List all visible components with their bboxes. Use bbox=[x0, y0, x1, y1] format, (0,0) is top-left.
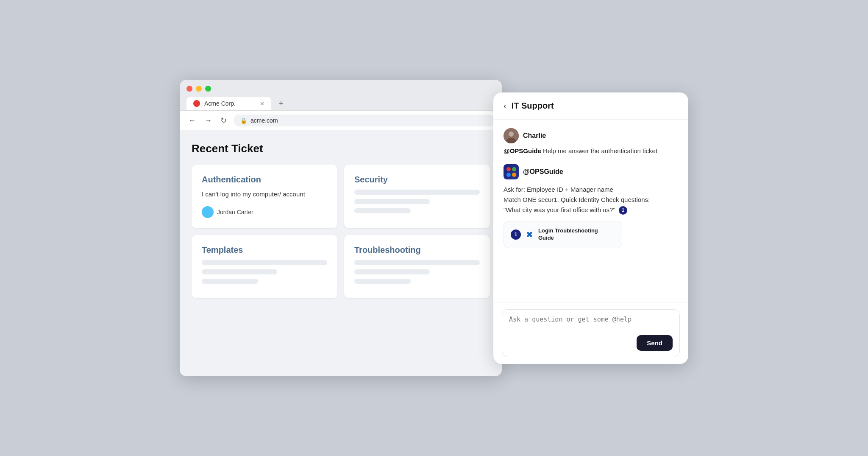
tab-title: Acme Corp. bbox=[204, 100, 256, 107]
skeleton-line bbox=[354, 208, 411, 213]
auth-card-title: Authentication bbox=[202, 175, 327, 185]
skeleton-line bbox=[354, 279, 411, 284]
security-card-title: Security bbox=[354, 175, 480, 185]
url-display: acme.com bbox=[250, 117, 278, 124]
charlie-avatar bbox=[504, 128, 519, 143]
page-title: Recent Ticket bbox=[192, 142, 490, 155]
address-bar-row: ← → ↻ 🔒 acme.com bbox=[180, 110, 502, 130]
reference-card[interactable]: 1 ✖ Login Troubleshooting Guide bbox=[504, 221, 622, 248]
skeleton-line bbox=[354, 199, 430, 204]
ref-num: 1 bbox=[511, 229, 521, 240]
it-support-panel: ‹ IT Support Charlie @OPSGuid bbox=[493, 92, 688, 364]
skeleton-line bbox=[354, 260, 480, 265]
chat-input-box: Send bbox=[502, 309, 680, 357]
skeleton-line bbox=[202, 279, 258, 284]
traffic-lights bbox=[186, 86, 495, 92]
auth-card-text: I can't log into my computer/ account bbox=[202, 190, 327, 199]
cards-grid: Authentication I can't log into my compu… bbox=[192, 165, 490, 298]
tab-bar: Acme Corp. ✕ + bbox=[186, 97, 495, 110]
charlie-name: Charlie bbox=[523, 132, 546, 140]
ops-line3: "What city was your first office with us… bbox=[504, 206, 615, 213]
ops-name: @OPSGuide bbox=[523, 168, 563, 176]
panel-header: ‹ IT Support bbox=[493, 92, 688, 120]
user-avatar bbox=[202, 206, 214, 218]
browser-window: Acme Corp. ✕ + ← → ↻ 🔒 acme.com Recent T… bbox=[180, 80, 502, 376]
new-tab-button[interactable]: + bbox=[275, 97, 287, 110]
address-bar[interactable]: 🔒 acme.com bbox=[234, 115, 495, 126]
user-name: Jordan Carter bbox=[217, 209, 253, 215]
templates-card[interactable]: Templates bbox=[192, 235, 337, 298]
back-button[interactable]: ← bbox=[186, 115, 198, 127]
back-button[interactable]: ‹ bbox=[504, 101, 506, 111]
minimize-button[interactable] bbox=[196, 86, 202, 92]
auth-card[interactable]: Authentication I can't log into my compu… bbox=[192, 165, 337, 228]
troubleshooting-card-title: Troubleshooting bbox=[354, 245, 480, 255]
charlie-sender: Charlie bbox=[504, 128, 678, 143]
skeleton-line bbox=[354, 269, 430, 274]
auth-card-user: Jordan Carter bbox=[202, 206, 327, 218]
lock-icon: 🔒 bbox=[240, 117, 247, 124]
troubleshooting-card[interactable]: Troubleshooting bbox=[344, 235, 490, 298]
charlie-message-group: Charlie @OPSGuide Help me answer the aut… bbox=[504, 128, 678, 156]
ops-message-text: Ask for: Employee ID + Manager name Matc… bbox=[504, 185, 678, 215]
ops-sender: @OPSGuide bbox=[504, 164, 678, 179]
forward-button[interactable]: → bbox=[203, 115, 214, 127]
ref-title: Login Troubleshooting Guide bbox=[538, 227, 615, 242]
browser-chrome: Acme Corp. ✕ + bbox=[180, 80, 502, 110]
panel-body: Charlie @OPSGuide Help me answer the aut… bbox=[493, 120, 688, 302]
skeleton-line bbox=[202, 269, 277, 274]
citation-badge: 1 bbox=[619, 206, 627, 215]
tab-close-button[interactable]: ✕ bbox=[260, 101, 264, 107]
skeleton-line bbox=[354, 190, 480, 195]
ops-line1: Ask for: Employee ID + Manager name bbox=[504, 186, 613, 193]
tab-favicon bbox=[193, 100, 200, 107]
charlie-message-body: Help me answer the authentication ticket bbox=[543, 147, 657, 154]
ops-icon bbox=[504, 164, 519, 179]
refresh-button[interactable]: ↻ bbox=[219, 114, 228, 127]
chat-input[interactable] bbox=[509, 316, 673, 331]
maximize-button[interactable] bbox=[205, 86, 211, 92]
charlie-mention: @OPSGuide bbox=[504, 147, 541, 154]
ops-line2: Match ONE secur1. Quick Identity Check q… bbox=[504, 196, 650, 203]
svg-point-1 bbox=[509, 131, 514, 137]
templates-card-title: Templates bbox=[202, 245, 327, 255]
panel-title: IT Support bbox=[512, 101, 554, 111]
close-button[interactable] bbox=[186, 86, 192, 92]
security-card[interactable]: Security bbox=[344, 165, 490, 228]
ref-icon: ✖ bbox=[526, 229, 533, 240]
send-button[interactable]: Send bbox=[637, 335, 673, 351]
skeleton-line bbox=[202, 260, 327, 265]
browser-tab[interactable]: Acme Corp. ✕ bbox=[186, 97, 271, 110]
charlie-message-text: @OPSGuide Help me answer the authenticat… bbox=[504, 146, 678, 156]
ops-message-group: @OPSGuide Ask for: Employee ID + Manager… bbox=[504, 164, 678, 248]
panel-input-area: Send bbox=[493, 302, 688, 364]
browser-content: Recent Ticket Authentication I can't log… bbox=[180, 130, 502, 376]
